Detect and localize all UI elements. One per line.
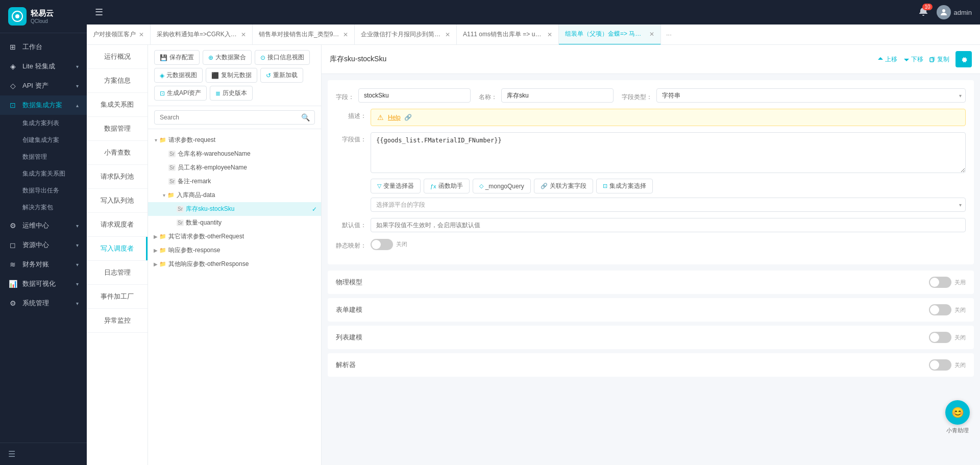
sidebar-item-resources[interactable]: ◻ 资源中心 ▾ (0, 235, 87, 255)
tree-toggle-other-request[interactable]: ▶ (152, 233, 159, 240)
finance-arrow-icon: ▾ (76, 262, 79, 267)
nav-exception-monitor[interactable]: 异常监控 (87, 309, 148, 333)
history-version-button[interactable]: ≣ 历史版本 (210, 86, 253, 101)
nav-overview[interactable]: 运行概况 (87, 45, 148, 69)
search-input[interactable] (154, 110, 315, 125)
tree-node-other-response[interactable]: ▶ 📁 其他响应参数-otherResponse (148, 257, 321, 271)
tab-2-close[interactable]: ✕ (241, 31, 246, 38)
user-avatar[interactable]: admin (937, 5, 972, 19)
tab-more[interactable]: ··· (661, 31, 677, 38)
tab-6-label: 组装单（父项）金蝶=> 马帮（测试通过） (565, 30, 646, 38)
related-field-button[interactable]: 🔗 关联方案字段 (534, 179, 593, 193)
field-value-textarea[interactable]: {{goods_list.FMaterialID_FNumber}} (371, 132, 966, 173)
nav-request-viewer[interactable]: 请求观度者 (87, 213, 148, 237)
copy-action[interactable]: 复制 (929, 55, 949, 64)
meta-icon: ◈ (160, 72, 164, 79)
tab-5-close[interactable]: ✕ (547, 31, 552, 38)
assistant-button[interactable]: 😊 (945, 400, 970, 425)
source-platform-select[interactable]: 选择源平台的字段 (371, 198, 966, 212)
tree-node-remark[interactable]: Sr 备注-remark (148, 175, 321, 188)
name-input[interactable] (501, 88, 614, 103)
physical-model-toggle[interactable] (929, 277, 951, 288)
tree-node-data[interactable]: ▾ 📁 入库商品-data (148, 188, 321, 202)
sidebar-sub-data-export[interactable]: 数据导出任务 (0, 182, 87, 199)
tab-6-close[interactable]: ✕ (649, 31, 654, 38)
tree-toggle-other-response[interactable]: ▶ (152, 261, 159, 268)
sidebar-item-api[interactable]: ◇ API 资产 ▾ (0, 76, 87, 95)
static-mapping-toggle[interactable] (371, 239, 393, 250)
nav-log-mgmt[interactable]: 日志管理 (87, 261, 148, 285)
tab-3-close[interactable]: ✕ (343, 31, 348, 38)
function-helper-button[interactable]: ƒx 函数助手 (424, 179, 470, 193)
parser-toggle[interactable] (929, 359, 951, 371)
form-build-toggle[interactable] (929, 304, 951, 315)
solution-icon: ⊡ (603, 183, 607, 189)
tree-toggle-response[interactable]: ▶ (152, 247, 159, 254)
settings-icon-button[interactable] (955, 51, 972, 67)
copy-meta-data-button[interactable]: ⬛ 复制元数据 (206, 68, 257, 83)
notification-bell[interactable]: 10 (918, 7, 928, 18)
tab-2[interactable]: 采购收料通知单=>CGRK入库单新增-1 ✕ (151, 25, 253, 45)
meta-data-view-button[interactable]: ◈ 元数据视图 (154, 68, 203, 83)
sidebar-label-data-viz: 数据可视化 (22, 279, 76, 288)
tab-3[interactable]: 销售单对接销售出库_类型93内部采销 ✕ (253, 25, 355, 45)
nav-data-mgmt[interactable]: 数据管理 (87, 117, 148, 141)
tree-node-stock-sku[interactable]: Sr 库存sku-stockSku ✓ (148, 202, 321, 216)
tree-node-quantity[interactable]: Sr 数量-quantity (148, 216, 321, 230)
type-select[interactable]: 字符串 (656, 88, 966, 103)
reload-button[interactable]: ↺ 重新加载 (260, 68, 303, 83)
avatar-circle (937, 5, 951, 19)
tab-5[interactable]: A111 oms销售出库单 => u8发货单 ✕ (457, 25, 559, 45)
sidebar-item-lite[interactable]: ◈ Lite 轻集成 ▾ (0, 57, 87, 76)
move-down-action[interactable]: 下移 (903, 55, 923, 64)
nav-request-queue[interactable]: 请求队列池 (87, 165, 148, 189)
sidebar-item-ops[interactable]: ⚙ 运维中心 ▾ (0, 216, 87, 235)
tab-4[interactable]: 企业微信打卡月报同步到简道云 ✕ (355, 25, 457, 45)
field-input[interactable] (358, 88, 471, 103)
tab-1[interactable]: 户对接领匡客户 ✕ (87, 25, 151, 45)
generate-api-button[interactable]: ⊡ 生成API资产 (154, 86, 207, 101)
tree-node-request-params[interactable]: ▾ 📁 请求参数-request (148, 133, 321, 147)
tab-1-close[interactable]: ✕ (139, 31, 144, 38)
tree-node-response[interactable]: ▶ 📁 响应参数-response (148, 243, 321, 257)
tree-node-other-request[interactable]: ▶ 📁 其它请求参数-otherRequest (148, 230, 321, 243)
tree-node-warehouse-name[interactable]: Sr 仓库名称-warehouseName (148, 147, 321, 161)
variable-selector-button[interactable]: ▽ 变量选择器 (371, 179, 421, 193)
sidebar-sub-data-mgmt[interactable]: 数据管理 (0, 149, 87, 165)
sidebar-sub-integration-list[interactable]: 集成方案列表 (0, 115, 87, 132)
nav-event-factory[interactable]: 事件加工厂 (87, 285, 148, 309)
sidebar-item-data-viz[interactable]: 📊 数据可视化 ▾ (0, 274, 87, 293)
big-data-merge-button[interactable]: ⊕ 大数据聚合 (203, 50, 252, 65)
tab-6[interactable]: 组装单（父项）金蝶=> 马帮（测试通过） ✕ (559, 25, 661, 45)
tab-4-close[interactable]: ✕ (445, 31, 450, 38)
solution-select-button[interactable]: ⊡ 集成方案选择 (596, 179, 653, 193)
nav-xiao-qing[interactable]: 小青查数 (87, 141, 148, 165)
hamburger-icon[interactable]: ☰ (95, 7, 103, 18)
sidebar-item-data-integration[interactable]: ⊡ 数据集成方案 ▴ (0, 95, 87, 115)
str-icon: Sr (177, 219, 184, 226)
nav-write-scheduler[interactable]: 写入调度者 (87, 237, 148, 261)
list-build-toggle[interactable] (929, 332, 951, 343)
move-up-action[interactable]: 上移 (877, 55, 897, 64)
nav-write-queue[interactable]: 写入队列池 (87, 189, 148, 213)
tab-5-label: A111 oms销售出库单 => u8发货单 (463, 30, 544, 39)
sidebar-item-sys-mgmt[interactable]: ⚙ 系统管理 ▾ (0, 293, 87, 313)
sidebar-sub-integration-relation[interactable]: 集成方案关系图 (0, 165, 87, 182)
mongo-query-button[interactable]: ◇ _mongoQuery (473, 179, 531, 193)
sidebar: 轻易云 QCloud ⊞ 工作台 ◈ Lite 轻集成 ▾ ◇ API 资产 ▾… (0, 0, 87, 465)
interface-info-view-button[interactable]: ⊙ 接口信息视图 (255, 50, 310, 65)
collapse-icon[interactable]: ☰ (8, 450, 15, 458)
tree-toggle-data[interactable]: ▾ (160, 192, 167, 199)
sidebar-item-finance[interactable]: ≋ 财务对账 ▾ (0, 255, 87, 274)
sidebar-sub-solution-pkg[interactable]: 解决方案包 (0, 199, 87, 216)
tree-toggle-request-params[interactable]: ▾ (152, 137, 159, 144)
sidebar-sub-create-integration[interactable]: 创建集成方案 (0, 132, 87, 149)
nav-integration-view[interactable]: 集成关系图 (87, 93, 148, 117)
tree-node-employee-name[interactable]: Sr 员工名称-employeeName (148, 161, 321, 175)
default-value-input[interactable] (371, 218, 966, 232)
help-box: ⚠ Help 🔗 (371, 109, 966, 126)
sidebar-item-workbench[interactable]: ⊞ 工作台 (0, 37, 87, 57)
header-right: 10 admin (918, 5, 972, 19)
save-config-button[interactable]: 💾 保存配置 (154, 50, 200, 65)
nav-plan-info[interactable]: 方案信息 (87, 69, 148, 93)
